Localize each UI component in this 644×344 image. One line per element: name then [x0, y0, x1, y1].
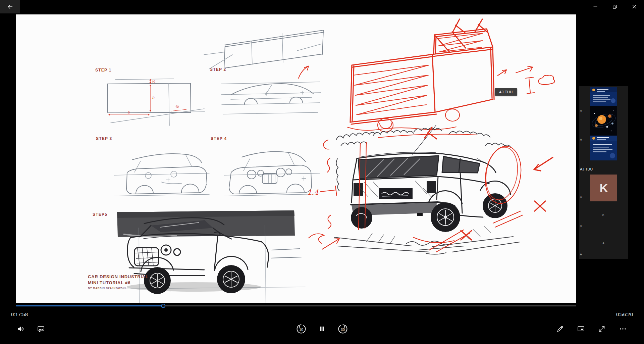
progress-bar[interactable] [16, 304, 576, 308]
svg-text:½: ½ [175, 104, 179, 109]
progress-fill [16, 305, 163, 306]
svg-text:STEP 4: STEP 4 [211, 136, 227, 141]
fullscreen-button[interactable] [594, 322, 609, 336]
slide-thumbnail-2[interactable] [590, 136, 617, 160]
video-frame-sketch: STEP 1 ½ b a ½ STEP 2 [16, 14, 576, 303]
close-icon [631, 3, 638, 10]
step2-guidelines-sketch: STEP 2 [210, 67, 321, 114]
back-button[interactable] [0, 0, 20, 13]
progress-knob[interactable] [161, 304, 165, 308]
minimize-icon [592, 3, 599, 10]
svg-text:30: 30 [341, 328, 345, 332]
restore-icon [611, 3, 619, 10]
presenter-name-label: AJ TUU [580, 167, 593, 171]
svg-text:b: b [152, 96, 155, 100]
annotate-pen-button[interactable] [553, 322, 568, 336]
participant-marker: A [580, 253, 582, 256]
skip-forward-30-icon: 30 [337, 323, 348, 335]
step4-car-sketch: STEP 4 [211, 136, 320, 196]
ink-hatchback-sketch [334, 125, 520, 254]
more-ellipsis-icon [619, 325, 627, 333]
step3-car-sketch: STEP 3 [96, 136, 209, 196]
filmstrip-panel: AJ TUU K A A A A A A A [579, 86, 628, 259]
svg-text:STEP 3: STEP 3 [96, 136, 112, 141]
restore-button[interactable] [605, 0, 625, 13]
participant-marker: A [580, 195, 582, 199]
window-controls [586, 0, 644, 13]
fullscreen-icon [598, 325, 606, 333]
picture-in-picture-icon [577, 325, 585, 333]
pause-button[interactable] [315, 322, 329, 336]
red-marker-box-sketch [347, 19, 554, 132]
more-options-button[interactable] [615, 322, 630, 336]
video-player-window: STEP 1 ½ b a ½ STEP 2 [0, 0, 644, 344]
step5-rendered-car-sketch: STEP5 [88, 210, 305, 303]
participant-marker: A [580, 109, 582, 112]
participant-avatar[interactable]: K [590, 175, 617, 201]
svg-text:STEP 1: STEP 1 [95, 68, 111, 72]
svg-text:STEP5: STEP5 [93, 212, 107, 217]
back-arrow-icon [6, 3, 14, 10]
pen-icon [556, 325, 564, 333]
step1-construction-sketch: STEP 1 ½ b a ½ [95, 68, 205, 126]
slide-thumbnail-1[interactable] [590, 87, 617, 106]
captions-button[interactable] [34, 322, 48, 336]
volume-button[interactable] [13, 322, 28, 336]
svg-text:MINI TUTORIAL #6: MINI TUTORIAL #6 [88, 280, 130, 285]
slide-thumbnail-solar-system[interactable] [590, 106, 617, 136]
minimize-button[interactable] [586, 0, 605, 13]
captions-icon [37, 325, 45, 333]
participant-marker: A [602, 213, 604, 216]
close-button[interactable] [625, 0, 644, 13]
elapsed-time: 0:17:58 [11, 311, 28, 317]
volume-icon [16, 325, 24, 333]
solar-system-preview-graphic [590, 106, 617, 136]
presenter-tooltip: AJ TUU [495, 88, 517, 96]
ratio-annotation: 1.4 [307, 188, 319, 196]
skip-back-button[interactable]: 10 [294, 322, 309, 336]
total-duration: 0:56:20 [616, 311, 633, 317]
slide-preview-graphic [590, 87, 617, 106]
participant-marker: A [580, 224, 582, 228]
svg-text:½: ½ [152, 79, 155, 84]
participant-marker: A [580, 138, 582, 141]
svg-text:BY MARCIN CZAJKOWSKI: BY MARCIN CZAJKOWSKI [88, 287, 126, 290]
avatar-initial: K [600, 182, 608, 195]
skip-back-10-icon: 10 [296, 323, 307, 335]
participant-marker: A [602, 242, 604, 245]
pause-icon [318, 325, 326, 333]
svg-text:a: a [127, 110, 130, 114]
slide-preview-graphic [590, 136, 617, 160]
skip-forward-button[interactable]: 30 [335, 322, 350, 336]
mini-player-button[interactable] [574, 322, 588, 336]
svg-text:10: 10 [299, 328, 303, 332]
video-canvas[interactable]: STEP 1 ½ b a ½ STEP 2 [16, 14, 576, 303]
svg-text:CAR DESIGN INDUSTRIAL: CAR DESIGN INDUSTRIAL [88, 274, 149, 279]
